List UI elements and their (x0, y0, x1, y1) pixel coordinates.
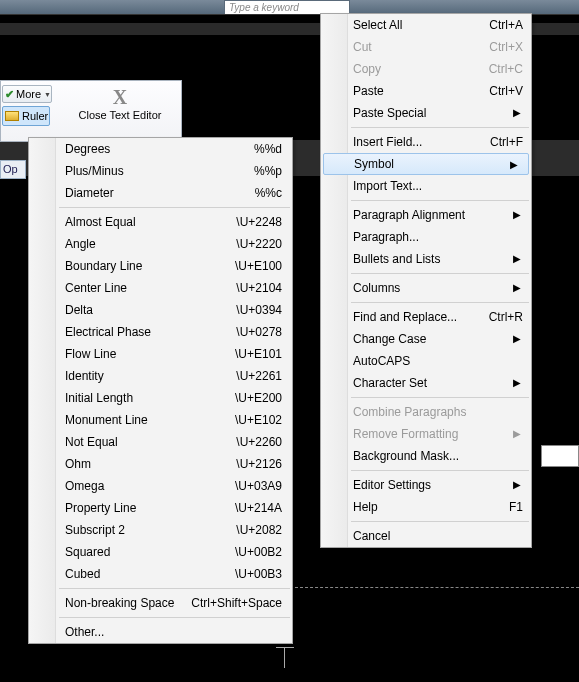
menu-item-code: \U+E101 (235, 343, 282, 365)
menu-item-label: Non-breaking Space (65, 596, 174, 610)
menu-item-code: \U+2248 (236, 211, 282, 233)
context-item-find-and-replace[interactable]: Find and Replace...Ctrl+R (321, 306, 531, 328)
context-item-paste[interactable]: PasteCtrl+V (321, 80, 531, 102)
context-item-columns[interactable]: Columns▶ (321, 277, 531, 299)
symbol-item-initial-length[interactable]: Initial Length\U+E200 (29, 387, 292, 409)
text-caret-top (276, 647, 294, 648)
symbol-item-property-line[interactable]: Property Line\U+214A (29, 497, 292, 519)
menu-separator (351, 397, 529, 398)
menu-item-code: %%c (255, 182, 282, 204)
symbol-item-squared[interactable]: Squared\U+00B2 (29, 541, 292, 563)
menu-item-label: Combine Paragraphs (353, 405, 466, 419)
context-item-cancel[interactable]: Cancel (321, 525, 531, 547)
symbol-item-other[interactable]: Other... (29, 621, 292, 643)
symbol-item-diameter[interactable]: Diameter%%c (29, 182, 292, 204)
menu-item-label: Initial Length (65, 391, 133, 405)
context-item-editor-settings[interactable]: Editor Settings▶ (321, 474, 531, 496)
menu-item-label: Cubed (65, 567, 100, 581)
symbol-item-monument-line[interactable]: Monument Line\U+E102 (29, 409, 292, 431)
menu-item-label: Paragraph Alignment (353, 208, 465, 222)
menu-item-label: Angle (65, 237, 96, 251)
menu-item-label: Bullets and Lists (353, 252, 440, 266)
symbol-item-identity[interactable]: Identity\U+2261 (29, 365, 292, 387)
context-item-insert-field[interactable]: Insert Field...Ctrl+F (321, 131, 531, 153)
menu-item-label: Remove Formatting (353, 427, 458, 441)
submenu-arrow-icon: ▶ (513, 372, 521, 394)
text-caret (284, 648, 285, 668)
symbol-item-non-breaking-space[interactable]: Non-breaking SpaceCtrl+Shift+Space (29, 592, 292, 614)
context-item-paragraph[interactable]: Paragraph... (321, 226, 531, 248)
symbol-item-plus-minus[interactable]: Plus/Minus%%p (29, 160, 292, 182)
symbol-item-delta[interactable]: Delta\U+0394 (29, 299, 292, 321)
menu-item-label: Import Text... (353, 179, 422, 193)
menu-separator (351, 470, 529, 471)
menu-separator (351, 127, 529, 128)
symbol-item-almost-equal[interactable]: Almost Equal\U+2248 (29, 211, 292, 233)
menu-item-shortcut: Ctrl+C (489, 58, 523, 80)
submenu-arrow-icon: ▶ (513, 423, 521, 445)
context-item-symbol[interactable]: Symbol▶ (323, 153, 529, 175)
menu-item-label: Paste Special (353, 106, 426, 120)
context-item-import-text[interactable]: Import Text... (321, 175, 531, 197)
context-item-background-mask[interactable]: Background Mask... (321, 445, 531, 467)
menu-separator (351, 200, 529, 201)
submenu-arrow-icon: ▶ (513, 474, 521, 496)
menu-item-label: Ohm (65, 457, 91, 471)
dropdown-icon: ▼ (44, 87, 51, 102)
context-item-help[interactable]: HelpF1 (321, 496, 531, 518)
more-label: More (16, 87, 41, 102)
menu-item-code: \U+00B2 (235, 541, 282, 563)
context-item-change-case[interactable]: Change Case▶ (321, 328, 531, 350)
menu-item-shortcut: F1 (509, 496, 523, 518)
menu-item-code: \U+0278 (236, 321, 282, 343)
menu-item-shortcut: Ctrl+R (489, 306, 523, 328)
symbol-item-electrical-phase[interactable]: Electrical Phase\U+0278 (29, 321, 292, 343)
submenu-arrow-icon: ▶ (513, 328, 521, 350)
context-item-autocaps[interactable]: AutoCAPS (321, 350, 531, 372)
menu-item-label: Boundary Line (65, 259, 142, 273)
context-item-paragraph-alignment[interactable]: Paragraph Alignment▶ (321, 204, 531, 226)
symbol-item-flow-line[interactable]: Flow Line\U+E101 (29, 343, 292, 365)
menu-item-label: Delta (65, 303, 93, 317)
context-menu: Select AllCtrl+ACutCtrl+XCopyCtrl+CPaste… (320, 13, 532, 548)
symbol-item-degrees[interactable]: Degrees%%d (29, 138, 292, 160)
menu-item-label: Identity (65, 369, 104, 383)
context-item-copy: CopyCtrl+C (321, 58, 531, 80)
menu-item-code: \U+E200 (235, 387, 282, 409)
menu-item-label: Plus/Minus (65, 164, 124, 178)
submenu-arrow-icon: ▶ (513, 204, 521, 226)
menu-item-code: \U+2260 (236, 431, 282, 453)
symbol-item-boundary-line[interactable]: Boundary Line\U+E100 (29, 255, 292, 277)
menu-item-label: Flow Line (65, 347, 116, 361)
context-item-paste-special[interactable]: Paste Special▶ (321, 102, 531, 124)
context-item-bullets-and-lists[interactable]: Bullets and Lists▶ (321, 248, 531, 270)
menu-item-label: Cut (353, 40, 372, 54)
symbol-item-angle[interactable]: Angle\U+2220 (29, 233, 292, 255)
context-item-select-all[interactable]: Select AllCtrl+A (321, 14, 531, 36)
context-item-character-set[interactable]: Character Set▶ (321, 372, 531, 394)
ruler-label: Ruler (22, 108, 48, 125)
close-text-editor-button[interactable]: X Close Text Editor (70, 86, 170, 121)
symbol-item-cubed[interactable]: Cubed\U+00B3 (29, 563, 292, 585)
context-item-remove-formatting: Remove Formatting▶ (321, 423, 531, 445)
symbol-item-subscript-2[interactable]: Subscript 2\U+2082 (29, 519, 292, 541)
symbol-item-ohm[interactable]: Ohm\U+2126 (29, 453, 292, 475)
menu-item-label: Columns (353, 281, 400, 295)
ruler-icon (5, 111, 19, 121)
menu-item-code: \U+E102 (235, 409, 282, 431)
menu-item-code: \U+214A (235, 497, 282, 519)
symbol-item-omega[interactable]: Omega\U+03A9 (29, 475, 292, 497)
check-icon: ✔ (5, 87, 14, 102)
symbol-item-not-equal[interactable]: Not Equal\U+2260 (29, 431, 292, 453)
menu-item-label: Center Line (65, 281, 127, 295)
menu-item-code: \U+2082 (236, 519, 282, 541)
menu-item-label: Copy (353, 62, 381, 76)
ruler-button[interactable]: Ruler (2, 106, 50, 126)
menu-item-label: Change Case (353, 332, 426, 346)
menu-item-code: \U+2261 (236, 365, 282, 387)
menu-item-label: Degrees (65, 142, 110, 156)
more-button[interactable]: ✔ More ▼ (2, 85, 52, 103)
menu-item-label: Squared (65, 545, 110, 559)
symbol-item-center-line[interactable]: Center Line\U+2104 (29, 277, 292, 299)
panel-expand-handle[interactable]: Op (0, 160, 26, 179)
